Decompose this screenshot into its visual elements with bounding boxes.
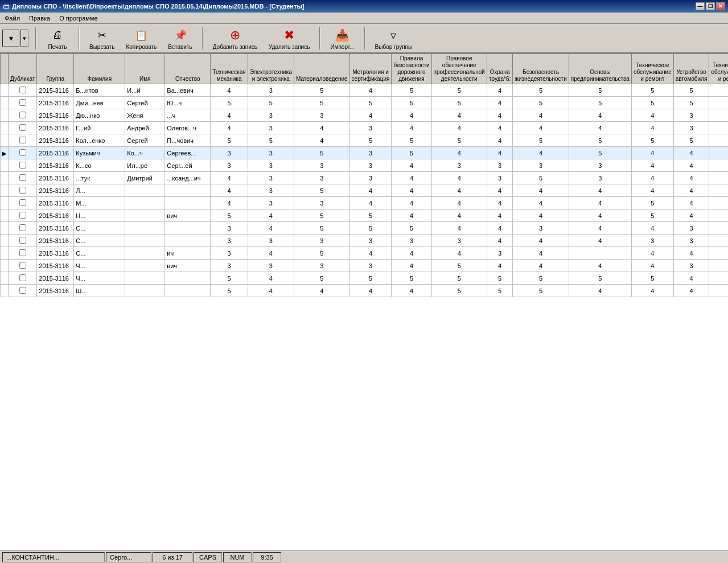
table-row[interactable]: 2015-3116М...43344444454433 xyxy=(1,197,729,209)
cell-pravoo[interactable]: 4 xyxy=(431,122,487,134)
cell-group[interactable]: 2015-3116 xyxy=(37,260,74,272)
cell-firstname[interactable]: Дмитрий xyxy=(125,172,165,184)
cell-metro[interactable]: 3 xyxy=(349,235,392,247)
table-row[interactable]: 2015-3116К...соИл...реСерг...ей333343333… xyxy=(1,159,729,172)
dup-checkbox[interactable] xyxy=(19,124,26,131)
cell-bezop[interactable]: 5 xyxy=(513,97,569,109)
cell-tech_rem[interactable]: 4 xyxy=(709,122,728,134)
cell-material[interactable]: 3 xyxy=(294,260,349,272)
cell-osnov[interactable]: 4 xyxy=(569,222,631,235)
dup-checkbox-cell[interactable] xyxy=(9,109,37,122)
table-row[interactable]: 2015-3116Н...вич54554444454444 xyxy=(1,209,729,222)
cell-patronymic[interactable]: Олегов...ч xyxy=(165,122,211,134)
cell-metro[interactable]: 3 xyxy=(349,172,392,184)
cell-patronymic[interactable] xyxy=(165,272,211,285)
dup-checkbox[interactable] xyxy=(19,99,26,106)
cell-firstname[interactable]: Сергей xyxy=(125,97,165,109)
cell-metro[interactable]: 3 xyxy=(349,159,392,172)
dup-checkbox-cell[interactable] xyxy=(9,247,37,260)
cell-pdd[interactable]: 4 xyxy=(392,197,431,209)
cell-ustr_avto[interactable]: 3 xyxy=(673,122,709,134)
cell-group[interactable]: 2015-3116 xyxy=(37,122,74,134)
cell-lastname[interactable]: ...тук xyxy=(74,172,125,184)
cell-osnov[interactable]: 3 xyxy=(569,172,631,184)
cell-bezop[interactable]: 4 xyxy=(513,109,569,122)
cell-oxrana[interactable]: 5 xyxy=(487,272,512,285)
cell-tech_rem[interactable]: 4 xyxy=(709,260,728,272)
cell-firstname[interactable]: Сергей xyxy=(125,134,165,147)
dup-checkbox[interactable] xyxy=(19,249,26,256)
cell-patronymic[interactable] xyxy=(165,235,211,247)
table-row[interactable]: 2015-3116Л...43544444444444 xyxy=(1,184,729,197)
cell-pdd[interactable]: 5 xyxy=(392,272,431,285)
cell-tech_rem[interactable]: 4 xyxy=(709,147,728,159)
cell-metro[interactable]: 4 xyxy=(349,285,392,297)
cell-patronymic[interactable]: вич xyxy=(165,209,211,222)
cell-electro[interactable]: 3 xyxy=(248,109,294,122)
cell-material[interactable]: 3 xyxy=(294,197,349,209)
cell-bezop[interactable]: 5 xyxy=(513,285,569,297)
cell-pravoo[interactable]: 5 xyxy=(431,97,487,109)
cell-material[interactable]: 5 xyxy=(294,209,349,222)
cell-group[interactable]: 2015-3116 xyxy=(37,159,74,172)
dup-checkbox[interactable] xyxy=(19,237,26,244)
cell-ustr_avto[interactable]: 4 xyxy=(673,247,709,260)
cell-firstname[interactable] xyxy=(125,222,165,235)
cell-tech_rem[interactable]: 4 xyxy=(709,209,728,222)
cell-metro[interactable]: 3 xyxy=(349,147,392,159)
cell-patronymic[interactable]: П...чович xyxy=(165,134,211,147)
cell-tech_mech[interactable]: 3 xyxy=(211,260,248,272)
menu-edit[interactable]: Правка xyxy=(27,14,52,22)
cell-osnov[interactable]: 5 xyxy=(569,134,631,147)
cell-tech_mech[interactable]: 5 xyxy=(211,97,248,109)
cell-tech_obs[interactable]: 4 xyxy=(631,159,673,172)
cell-metro[interactable]: 4 xyxy=(349,247,392,260)
cell-bezop[interactable]: 4 xyxy=(513,247,569,260)
cell-oxrana[interactable]: 4 xyxy=(487,209,512,222)
cell-tech_rem[interactable]: 5 xyxy=(709,84,728,97)
cell-electro[interactable]: 4 xyxy=(248,209,294,222)
cell-pdd[interactable]: 5 xyxy=(392,134,431,147)
cell-electro[interactable]: 4 xyxy=(248,272,294,285)
cell-tech_obs[interactable]: 5 xyxy=(631,97,673,109)
menu-about[interactable]: О программе xyxy=(57,14,100,22)
cell-electro[interactable]: 3 xyxy=(248,147,294,159)
cell-tech_obs[interactable]: 4 xyxy=(631,122,673,134)
cell-ustr_avto[interactable]: 4 xyxy=(673,285,709,297)
cell-lastname[interactable]: Ш... xyxy=(74,285,125,297)
cell-firstname[interactable]: Ко...ч xyxy=(125,147,165,159)
cell-group[interactable]: 2015-3116 xyxy=(37,184,74,197)
dup-checkbox[interactable] xyxy=(19,149,26,156)
table-row[interactable]: 2015-3116С...34555443443443 xyxy=(1,222,729,235)
delete-record-button[interactable]: ✖ Удалить запись xyxy=(266,25,312,52)
cell-ustr_avto[interactable]: 5 xyxy=(673,134,709,147)
cell-tech_mech[interactable]: 5 xyxy=(211,134,248,147)
dup-checkbox-cell[interactable] xyxy=(9,122,37,134)
cell-pdd[interactable]: 4 xyxy=(392,260,431,272)
cell-lastname[interactable]: Н... xyxy=(74,209,125,222)
dup-checkbox[interactable] xyxy=(19,162,26,169)
cell-tech_rem[interactable]: 4 xyxy=(709,247,728,260)
cell-electro[interactable]: 3 xyxy=(248,197,294,209)
cell-metro[interactable]: 5 xyxy=(349,97,392,109)
cell-bezop[interactable]: 5 xyxy=(513,134,569,147)
cell-tech_mech[interactable]: 4 xyxy=(211,184,248,197)
cell-firstname[interactable] xyxy=(125,285,165,297)
cell-oxrana[interactable]: 4 xyxy=(487,147,512,159)
cell-pravoo[interactable]: 5 xyxy=(431,134,487,147)
cell-ustr_avto[interactable]: 3 xyxy=(673,260,709,272)
table-container[interactable]: Дубликат Группа Фамилия Имя Отчество Тех… xyxy=(0,54,728,550)
cell-pdd[interactable]: 3 xyxy=(392,235,431,247)
cell-lastname[interactable]: С... xyxy=(74,222,125,235)
dup-checkbox[interactable] xyxy=(19,287,26,294)
cell-tech_rem[interactable]: 5 xyxy=(709,272,728,285)
cell-lastname[interactable]: С... xyxy=(74,235,125,247)
cell-tech_mech[interactable]: 3 xyxy=(211,159,248,172)
cell-pdd[interactable]: 4 xyxy=(392,285,431,297)
cell-lastname[interactable]: Кол...енко xyxy=(74,134,125,147)
cell-ustr_avto[interactable]: 4 xyxy=(673,159,709,172)
cell-electro[interactable]: 5 xyxy=(248,134,294,147)
menu-file[interactable]: Файл xyxy=(2,14,22,22)
cell-tech_rem[interactable]: 5 xyxy=(709,134,728,147)
cell-osnov[interactable]: 4 xyxy=(569,285,631,297)
